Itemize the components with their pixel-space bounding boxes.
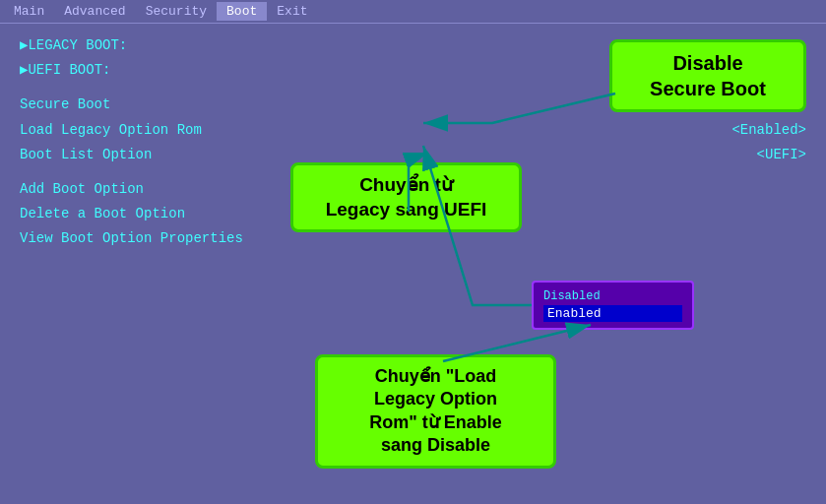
menu-advanced[interactable]: Advanced — [54, 2, 135, 21]
menu-main[interactable]: Main — [4, 2, 54, 21]
load-legacy-annotation: Chuyển "Load Legacy Option Rom" từ Enabl… — [315, 354, 556, 469]
dropdown-enabled[interactable]: Enabled — [543, 305, 682, 322]
load-legacy-label: Load Legacy Option Rom — [20, 118, 202, 143]
load-legacy-row[interactable]: Load Legacy Option Rom <Enabled> — [20, 118, 806, 143]
menu-exit[interactable]: Exit — [267, 2, 317, 21]
menu-boot[interactable]: Boot — [217, 2, 267, 21]
menu-bar: Main Advanced Security Boot Exit — [0, 0, 826, 24]
legacy-to-uefi-annotation: Chuyển từ Legacy sang UEFI — [290, 162, 522, 232]
load-legacy-value: <Enabled> — [668, 118, 806, 143]
secure-boot-label: Secure Boot — [20, 93, 110, 117]
menu-security[interactable]: Security — [136, 2, 217, 21]
boot-list-label: Boot List Option — [20, 143, 152, 167]
dropdown-popup[interactable]: Disabled Enabled — [532, 281, 694, 330]
disable-secure-boot-annotation: Disable Secure Boot — [609, 39, 806, 112]
dropdown-disabled[interactable]: Disabled — [543, 289, 601, 303]
boot-list-value: <UEFI> — [668, 143, 806, 167]
